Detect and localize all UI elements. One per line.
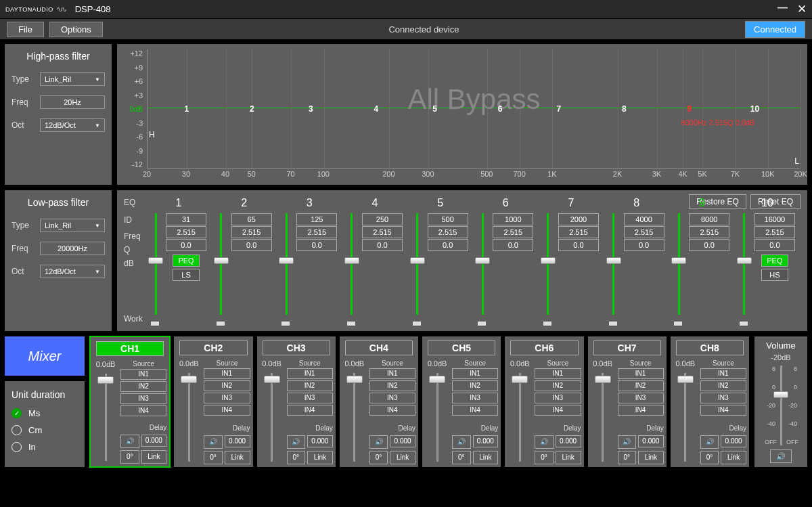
- channel-gain-slider[interactable]: [353, 373, 355, 462]
- slider-thumb[interactable]: [671, 257, 686, 264]
- channel-input-button[interactable]: IN1: [700, 368, 746, 379]
- graph-eq-node[interactable]: 10: [750, 104, 759, 114]
- channel-input-button[interactable]: IN3: [535, 393, 581, 403]
- channel-mute-button[interactable]: 🔊: [700, 435, 719, 449]
- channel-gain-slider[interactable]: [188, 373, 190, 462]
- eq-freq-input[interactable]: 65: [231, 213, 272, 225]
- channel-input-button[interactable]: IN2: [452, 380, 498, 391]
- graph-eq-node[interactable]: 2: [250, 104, 254, 114]
- slider-thumb[interactable]: [148, 257, 163, 264]
- eq-freq-input[interactable]: 8000: [689, 213, 729, 225]
- channel-select-button[interactable]: CH3: [263, 340, 330, 355]
- eq-freq-input[interactable]: 2000: [558, 213, 599, 225]
- channel-input-button[interactable]: IN1: [369, 368, 415, 379]
- graph-eq-node[interactable]: 1: [185, 104, 189, 114]
- eq-db-input[interactable]: 0.0: [231, 239, 272, 251]
- eq-q-input[interactable]: 2.515: [493, 226, 533, 238]
- channel-phase-button[interactable]: 0°: [452, 451, 471, 464]
- channel-mute-button[interactable]: 🔊: [535, 435, 554, 449]
- channel-gain-slider[interactable]: [436, 373, 438, 462]
- channel-delay-input[interactable]: 0.000: [638, 435, 664, 447]
- eq-gain-slider[interactable]: [150, 213, 162, 315]
- channel-input-button[interactable]: IN4: [287, 405, 333, 416]
- channel-input-button[interactable]: IN4: [204, 405, 250, 416]
- graph-eq-node[interactable]: 3: [309, 104, 313, 114]
- channel-phase-button[interactable]: 0°: [700, 451, 719, 464]
- eq-q-input[interactable]: 2.515: [558, 226, 599, 238]
- slider-thumb[interactable]: [181, 376, 197, 383]
- channel-gain-slider[interactable]: [602, 373, 604, 462]
- slider-thumb[interactable]: [737, 257, 752, 264]
- eq-freq-input[interactable]: 1000: [493, 213, 533, 225]
- channel-link-button[interactable]: Link: [473, 451, 499, 464]
- channel-select-button[interactable]: CH4: [345, 340, 413, 355]
- eq-freq-input[interactable]: 4000: [624, 213, 664, 225]
- channel-delay-input[interactable]: 0.000: [721, 435, 746, 447]
- eq-q-input[interactable]: 2.515: [362, 226, 403, 238]
- slider-thumb[interactable]: [344, 257, 359, 264]
- eq-freq-input[interactable]: 500: [428, 213, 468, 225]
- channel-input-button[interactable]: IN2: [700, 380, 746, 391]
- eq-gain-slider[interactable]: [738, 213, 750, 315]
- eq-gain-slider[interactable]: [608, 213, 620, 315]
- eq-shelf-button[interactable]: LS: [173, 269, 200, 281]
- eq-db-input[interactable]: 0.0: [689, 239, 729, 251]
- channel-delay-input[interactable]: 0.000: [390, 435, 415, 447]
- slider-thumb[interactable]: [410, 257, 425, 264]
- graph-eq-node[interactable]: 9: [687, 104, 692, 114]
- slider-thumb[interactable]: [606, 257, 621, 264]
- channel-input-button[interactable]: IN2: [535, 380, 581, 391]
- eq-db-input[interactable]: 0.0: [296, 239, 337, 251]
- channel-link-button[interactable]: Link: [225, 451, 250, 464]
- channel-delay-input[interactable]: 0.000: [556, 435, 581, 447]
- channel-phase-button[interactable]: 0°: [204, 451, 223, 464]
- slider-thumb[interactable]: [346, 376, 363, 383]
- slider-thumb[interactable]: [541, 257, 556, 264]
- eq-gain-slider[interactable]: [542, 213, 554, 315]
- channel-gain-slider[interactable]: [105, 374, 107, 461]
- eq-q-input[interactable]: 2.515: [754, 226, 795, 238]
- channel-delay-input[interactable]: 0.000: [141, 435, 167, 447]
- eq-shelf-button[interactable]: HS: [761, 269, 788, 281]
- channel-select-button[interactable]: CH8: [676, 340, 744, 355]
- channel-input-button[interactable]: IN3: [287, 393, 333, 403]
- unit-cm-radio[interactable]: Cm: [12, 425, 78, 435]
- channel-phase-button[interactable]: 0°: [287, 451, 306, 464]
- channel-input-button[interactable]: IN2: [369, 380, 415, 391]
- channel-link-button[interactable]: Link: [307, 451, 333, 464]
- channel-input-button[interactable]: IN3: [120, 393, 166, 404]
- eq-db-input[interactable]: 0.0: [754, 239, 795, 251]
- slider-thumb[interactable]: [279, 257, 294, 264]
- eq-freq-input[interactable]: 31: [166, 213, 206, 225]
- eq-db-input[interactable]: 0.0: [493, 239, 533, 251]
- channel-input-button[interactable]: IN1: [287, 368, 333, 379]
- channel-select-button[interactable]: CH7: [593, 340, 661, 355]
- channel-select-button[interactable]: CH1: [96, 341, 164, 356]
- graph-eq-node[interactable]: 4: [374, 104, 378, 114]
- graph-eq-node[interactable]: 6: [498, 104, 503, 114]
- channel-phase-button[interactable]: 0°: [369, 451, 388, 464]
- channel-select-button[interactable]: CH5: [428, 340, 495, 355]
- channel-mute-button[interactable]: 🔊: [618, 435, 637, 449]
- eq-db-input[interactable]: 0.0: [166, 239, 206, 251]
- channel-mute-button[interactable]: 🔊: [120, 435, 139, 448]
- channel-select-button[interactable]: CH2: [179, 340, 247, 355]
- close-button[interactable]: ✕: [797, 2, 807, 16]
- channel-input-button[interactable]: IN2: [618, 380, 664, 391]
- volume-slider[interactable]: [778, 366, 784, 445]
- channel-mute-button[interactable]: 🔊: [452, 435, 471, 449]
- channel-input-button[interactable]: IN2: [287, 380, 333, 391]
- eq-freq-input[interactable]: 250: [362, 213, 403, 225]
- lpf-oct-select[interactable]: 12dB/Oct▼: [40, 265, 105, 278]
- file-menu[interactable]: File: [7, 22, 44, 37]
- eq-graph[interactable]: +12+9+6+30dB-3-6-9-12 All Bypass H L 800…: [116, 43, 808, 185]
- channel-delay-input[interactable]: 0.000: [225, 435, 250, 447]
- eq-gain-slider[interactable]: [411, 213, 424, 315]
- channel-input-button[interactable]: IN1: [120, 369, 166, 380]
- eq-gain-slider[interactable]: [673, 213, 685, 315]
- graph-eq-node[interactable]: 5: [432, 104, 437, 114]
- channel-link-button[interactable]: Link: [141, 450, 167, 464]
- channel-input-button[interactable]: IN3: [204, 393, 250, 403]
- channel-input-button[interactable]: IN4: [120, 405, 166, 416]
- options-menu[interactable]: Options: [49, 22, 103, 37]
